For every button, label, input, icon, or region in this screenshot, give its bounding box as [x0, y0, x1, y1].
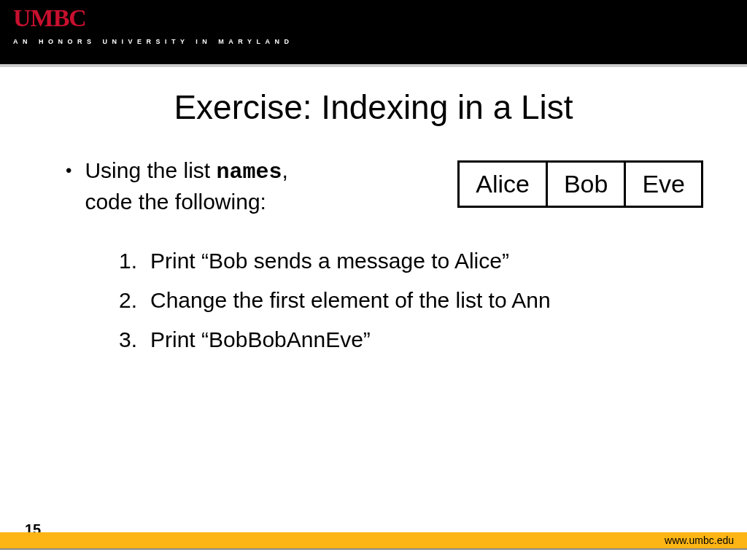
slide-title: Exercise: Indexing in a List: [29, 88, 718, 127]
bullet-text: Using the list names, code the following…: [85, 156, 287, 217]
numbered-list: 1. Print “Bob sends a message to Alice” …: [29, 246, 718, 355]
item-number: 2.: [109, 285, 137, 316]
names-table: Alice Bob Eve: [457, 160, 703, 208]
logo-text: UMBC: [13, 6, 734, 31]
footer-divider: [0, 548, 747, 550]
item-number: 1.: [109, 246, 137, 276]
list-item: 2. Change the first element of the list …: [109, 285, 718, 316]
table-row: Alice Bob Eve: [459, 162, 703, 207]
list-item: 3. Print “BobBobAnnEve”: [109, 324, 718, 355]
table-cell: Alice: [459, 162, 547, 207]
logo-tagline: AN HONORS UNIVERSITY IN MARYLAND: [13, 38, 734, 45]
logo: UMBC AN HONORS UNIVERSITY IN MARYLAND: [13, 6, 734, 45]
bullet-icon: •: [66, 156, 71, 185]
item-text: Print “BobBobAnnEve”: [150, 324, 371, 355]
bullet-prefix: Using the list: [85, 158, 216, 182]
item-text: Change the first element of the list to …: [150, 285, 551, 316]
table-cell: Bob: [546, 162, 625, 207]
footer-url: www.umbc.edu: [665, 534, 734, 546]
names-table-wrap: Alice Bob Eve: [457, 160, 703, 208]
bullet-suffix: ,: [282, 158, 288, 182]
item-number: 3.: [109, 324, 137, 355]
slide-content: Exercise: Indexing in a List • Using the…: [0, 67, 747, 532]
bullet-main: • Using the list names, code the followi…: [29, 156, 288, 217]
list-item: 1. Print “Bob sends a message to Alice”: [109, 246, 718, 276]
table-cell: Eve: [625, 162, 703, 207]
footer-bar: www.umbc.edu: [0, 532, 747, 548]
item-text: Print “Bob sends a message to Alice”: [150, 246, 509, 276]
bullet-line2: code the following:: [85, 190, 266, 214]
code-word: names: [216, 160, 282, 184]
intro-row: • Using the list names, code the followi…: [29, 156, 718, 217]
header-bar: UMBC AN HONORS UNIVERSITY IN MARYLAND: [0, 0, 747, 64]
